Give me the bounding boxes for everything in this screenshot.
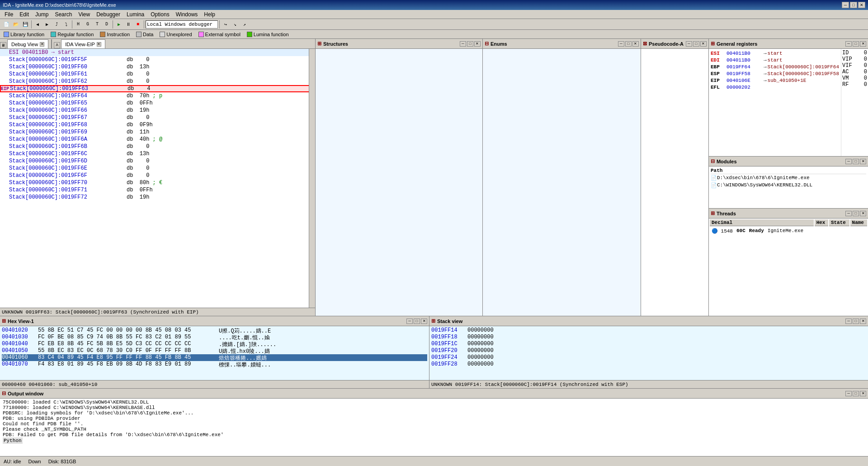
- module-igniteme[interactable]: 📄 D:\xdsec\bin\678\6\IgniteMe.exe: [711, 174, 866, 181]
- thread-row-1548[interactable]: 🔵 1548 60C Ready IgniteMe.exe: [710, 227, 814, 234]
- stack-row-ff28[interactable]: 0019FF28 00000000: [431, 361, 866, 368]
- menu-search[interactable]: Search: [52, 11, 75, 18]
- ida-row-10[interactable]: Stack[0000060C]:0019FF69 db 11h: [0, 128, 315, 136]
- menu-debugger[interactable]: Debugger: [94, 11, 123, 18]
- ida-row-4-selected[interactable]: EIP Stack[0000060C]:0019FF63 db 4: [0, 85, 315, 92]
- toolbar-step-over[interactable]: ↪: [221, 20, 230, 29]
- thr-minimize[interactable]: ─: [845, 211, 852, 216]
- tab-ida-view-eip[interactable]: IDA View-EIP ✕: [61, 39, 105, 48]
- output-content[interactable]: 75C00000: loaded C:\WINDOWS\SysWOW64\KER…: [0, 399, 868, 456]
- enums-maximize[interactable]: □: [625, 41, 632, 47]
- toolbar-save[interactable]: 💾: [21, 20, 30, 29]
- ida-row-3[interactable]: Stack[0000060C]:0019FF62 db 0: [0, 78, 315, 85]
- ida-row-5[interactable]: Stack[0000060C]:0019FF64 db 70h ; p: [0, 92, 315, 100]
- maximize-button[interactable]: □: [850, 2, 857, 8]
- ida-row-esi[interactable]: ESI 004011B0 → start: [0, 49, 315, 56]
- mod-restore[interactable]: □: [853, 159, 859, 164]
- ida-row-14[interactable]: Stack[0000060C]:0019FF6D db 0: [0, 157, 315, 165]
- tab-debug-view-close[interactable]: ✕: [40, 42, 44, 47]
- reg-minimize[interactable]: ─: [845, 41, 852, 47]
- toolbar-step-out[interactable]: ↗: [240, 20, 249, 29]
- stack-row-ff24[interactable]: 0019FF24 00000000: [431, 354, 866, 361]
- stack-minimize[interactable]: ─: [845, 319, 852, 324]
- ida-view[interactable]: ESI 004011B0 → start Stack[0000060C]:001…: [0, 49, 315, 308]
- hex-close[interactable]: ✕: [421, 319, 427, 324]
- ida-row-2[interactable]: Stack[0000060C]:0019FF61 db 0: [0, 71, 315, 78]
- close-button[interactable]: ✕: [858, 2, 865, 8]
- ida-row-6[interactable]: Stack[0000060C]:0019FF65 db 0FFh: [0, 100, 315, 107]
- toolbar-back[interactable]: ◀: [33, 20, 42, 29]
- reg-restore[interactable]: □: [853, 41, 859, 47]
- mod-close[interactable]: ✕: [860, 159, 866, 164]
- structures-close[interactable]: ✕: [474, 41, 481, 47]
- menu-windows[interactable]: Windows: [173, 11, 201, 18]
- stack-row-ff1c[interactable]: 0019FF1C 00000000: [431, 341, 866, 347]
- menu-view[interactable]: View: [75, 11, 93, 18]
- hex-row-00401070[interactable]: 00401070 F4 83 E8 01 89 45 F8 EB 09 8B 4…: [2, 361, 427, 368]
- ida-row-1[interactable]: Stack[0000060C]:0019FF60 db 13h: [0, 63, 315, 71]
- ida-row-8[interactable]: Stack[0000060C]:0019FF67 db 0: [0, 114, 315, 121]
- menu-options[interactable]: Options: [148, 11, 172, 18]
- hex-row-00401040[interactable]: 00401040 FC EB E8 8B 45 FC 5B 8B E5 5D C…: [2, 341, 427, 347]
- debugger-input[interactable]: [146, 20, 218, 29]
- toolbar-new[interactable]: 📄: [2, 20, 11, 29]
- pseudo-maximize[interactable]: □: [693, 41, 699, 47]
- hex-content[interactable]: 00401020 55 8B EC 51 C7 45 FC 00 00 00 0…: [0, 326, 429, 380]
- toolbar-nav4[interactable]: ⤵: [61, 20, 71, 29]
- stack-close[interactable]: ✕: [860, 319, 866, 324]
- stack-content[interactable]: 0019FF14 00000000 0019FF18 00000000 0019…: [429, 326, 868, 380]
- enums-close[interactable]: ✕: [632, 41, 639, 47]
- stack-row-ff14[interactable]: 0019FF14 00000000: [431, 327, 866, 334]
- ida-row-12[interactable]: Stack[0000060C]:0019FF6B db 0: [0, 143, 315, 150]
- stack-restore[interactable]: □: [853, 319, 859, 324]
- hex-row-00401060[interactable]: 00401060 83 C4 04 89 45 F4 E8 95 FF FF F…: [2, 354, 427, 361]
- out-close[interactable]: ✕: [860, 391, 866, 396]
- menu-jump[interactable]: Jump: [33, 11, 51, 18]
- ida-row-17[interactable]: Stack[0000060C]:0019FF70 db 80h ; €: [0, 179, 315, 186]
- toolbar-nav3[interactable]: ⤴: [52, 20, 61, 29]
- ida-row-13[interactable]: Stack[0000060C]:0019FF6C db 13h: [0, 150, 315, 157]
- thr-restore[interactable]: □: [853, 211, 859, 216]
- out-restore[interactable]: □: [853, 391, 859, 396]
- toolbar-graph[interactable]: G: [83, 20, 92, 29]
- toolbar-hex[interactable]: H: [74, 20, 83, 29]
- hex-restore[interactable]: □: [414, 319, 420, 324]
- menu-edit[interactable]: Edit: [17, 11, 32, 18]
- ida-row-0[interactable]: Stack[0000060C]:0019FF5F db 0: [0, 56, 315, 63]
- menu-help[interactable]: Help: [201, 11, 218, 18]
- ida-row-9[interactable]: Stack[0000060C]:0019FF68 db 0F9h: [0, 121, 315, 128]
- toolbar-forward[interactable]: ▶: [42, 20, 52, 29]
- toolbar-open[interactable]: 📂: [11, 20, 20, 29]
- enums-minimize[interactable]: ─: [618, 41, 624, 47]
- ida-scroll[interactable]: [309, 49, 315, 308]
- thr-close[interactable]: ✕: [860, 211, 866, 216]
- toolbar-run[interactable]: ▶: [114, 20, 123, 29]
- tab-ida-view-eip-close[interactable]: ✕: [97, 42, 101, 47]
- pseudo-minimize[interactable]: ─: [686, 41, 692, 47]
- module-kernel32[interactable]: 📄 C:\WINDOWS\SysWOW64\KERNEL32.DLL: [711, 181, 866, 189]
- structures-maximize[interactable]: □: [467, 41, 473, 47]
- toolbar-text[interactable]: T: [93, 20, 102, 29]
- stack-row-ff20[interactable]: 0019FF20 00000000: [431, 347, 866, 354]
- stack-row-ff18[interactable]: 0019FF18 00000000: [431, 334, 866, 341]
- toolbar-decompile[interactable]: D: [102, 20, 111, 29]
- toolbar-stop[interactable]: ■: [133, 20, 142, 29]
- hex-row-00401030[interactable]: 00401030 FC 0F BE 08 85 C9 74 0B 8B 55 F…: [2, 334, 427, 341]
- ida-row-16[interactable]: Stack[0000060C]:0019FF6F db 0: [0, 172, 315, 179]
- out-minimize[interactable]: ─: [845, 391, 852, 396]
- ida-row-19[interactable]: Stack[0000060C]:0019FF72 db 19h: [0, 194, 315, 201]
- ida-row-7[interactable]: Stack[0000060C]:0019FF66 db 19h: [0, 107, 315, 114]
- hex-minimize[interactable]: ─: [406, 319, 413, 324]
- ida-row-15[interactable]: Stack[0000060C]:0019FF6E db 0: [0, 165, 315, 172]
- toolbar-step-into[interactable]: ↘: [231, 20, 240, 29]
- menu-file[interactable]: File: [2, 11, 16, 18]
- ida-row-18[interactable]: Stack[0000060C]:0019FF71 db 0FFh: [0, 186, 315, 194]
- ida-row-11[interactable]: Stack[0000060C]:0019FF6A db 40h ; @: [0, 136, 315, 143]
- hex-row-00401020[interactable]: 00401020 55 8B EC 51 C7 45 FC 00 00 00 0…: [2, 327, 427, 334]
- toolbar-pause[interactable]: ⏸: [124, 20, 133, 29]
- pseudo-close[interactable]: ✕: [700, 41, 707, 47]
- menu-lumina[interactable]: Lumina: [124, 11, 147, 18]
- mod-minimize[interactable]: ─: [845, 159, 852, 164]
- tab-debug-view[interactable]: Debug View ✕: [7, 39, 48, 48]
- minimize-button[interactable]: ─: [842, 2, 849, 8]
